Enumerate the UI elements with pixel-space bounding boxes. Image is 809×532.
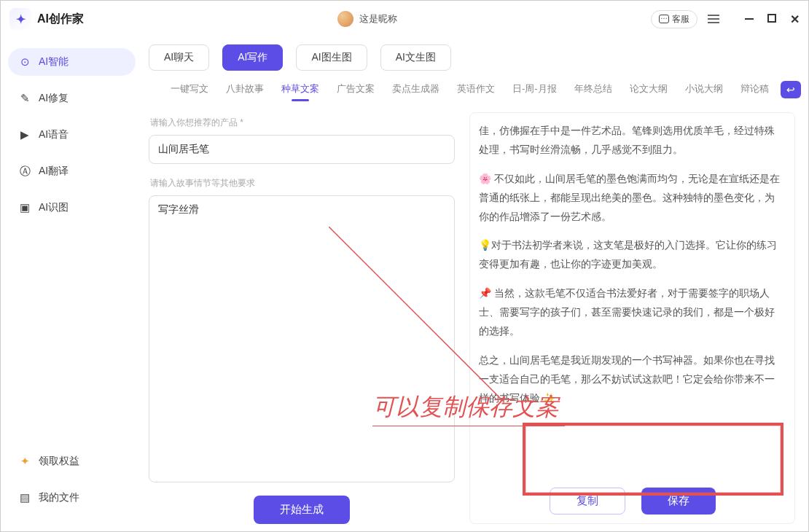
mode-tab-img2img[interactable]: AI图生图: [296, 44, 367, 71]
subtab-novel[interactable]: 小说大纲: [685, 82, 723, 101]
app-title: AI创作家: [37, 12, 84, 27]
sidebar-label: AI识图: [39, 201, 69, 214]
menu-icon[interactable]: [708, 18, 719, 20]
sidebar-item-translate[interactable]: Ⓐ AI翻译: [8, 157, 136, 185]
subtab-english[interactable]: 英语作文: [457, 82, 495, 101]
body: ⊙ AI智能 ✎ AI修复 ▶ AI语音 Ⓐ AI翻译 ▣ AI识图 ✦: [1, 37, 808, 531]
sidebar-item-files[interactable]: ▤ 我的文件: [8, 484, 136, 512]
subtab-debate[interactable]: 辩论稿: [740, 82, 769, 101]
mode-tab-txt2img[interactable]: AI文生图: [380, 44, 451, 71]
logo-wrap: ✦ AI创作家: [9, 8, 84, 30]
sidebar: ⊙ AI智能 ✎ AI修复 ▶ AI语音 Ⓐ AI翻译 ▣ AI识图 ✦: [1, 37, 143, 531]
user-avatar[interactable]: [337, 11, 353, 27]
titlebar: ✦ AI创作家 这是昵称 客服 ✕: [1, 1, 808, 37]
sidebar-item-repair[interactable]: ✎ AI修复: [8, 85, 136, 112]
app-logo-icon: ✦: [9, 8, 31, 30]
app-window: ✦ AI创作家 这是昵称 客服 ✕ ⊙ AI智能: [0, 0, 809, 532]
maximize-button[interactable]: [767, 14, 776, 23]
sidebar-label: AI修复: [39, 92, 69, 105]
product-input[interactable]: 山间居毛笔: [149, 135, 455, 164]
repair-icon: ✎: [18, 92, 31, 105]
redo-button[interactable]: ↩: [781, 81, 801, 98]
sidebar-label: AI智能: [39, 55, 69, 69]
minimize-button[interactable]: [744, 14, 754, 24]
benefits-icon: ✦: [18, 455, 31, 468]
cs-label: 客服: [672, 13, 689, 26]
mode-tabs: AI聊天 AI写作 AI图生图 AI文生图: [149, 44, 795, 71]
subtab-yearend[interactable]: 年终总结: [574, 82, 612, 101]
subtab-report[interactable]: 日-周-月报: [512, 82, 557, 101]
customer-service-button[interactable]: 客服: [651, 10, 697, 28]
titlebar-center: 这是昵称: [84, 11, 651, 27]
extra-textarea[interactable]: 写字丝滑: [149, 195, 455, 482]
sub-tabs: 一键写文 八卦故事 种草文案 广告文案 卖点生成器 英语作文 日-周-月报 年终…: [149, 71, 795, 101]
extra-label: 请输入故事情节等其他要求: [150, 177, 455, 189]
subtab-seed[interactable]: 种草文案: [281, 82, 319, 101]
mode-tab-chat[interactable]: AI聊天: [149, 44, 209, 71]
sidebar-label: 我的文件: [39, 491, 79, 504]
subtab-gossip[interactable]: 八卦故事: [226, 82, 264, 101]
save-button[interactable]: 保存: [641, 488, 716, 515]
user-nickname: 这是昵称: [359, 12, 397, 26]
subtab-ad[interactable]: 广告文案: [337, 82, 375, 101]
subtab-sellpoint[interactable]: 卖点生成器: [392, 82, 439, 101]
titlebar-right: 客服 ✕: [651, 10, 800, 28]
content-row: 请输入你想推荐的产品 * 山间居毛笔 请输入故事情节等其他要求 写字丝滑 开始生…: [149, 112, 795, 524]
product-label: 请输入你想推荐的产品 *: [150, 117, 455, 129]
sidebar-item-vision[interactable]: ▣ AI识图: [8, 194, 136, 222]
output-panel: 佳，仿佛握在手中是一件艺术品。笔锋则选用优质羊毛，经过特殊处理，书写时丝滑流畅，…: [469, 112, 795, 524]
subtab-oneclick[interactable]: 一键写文: [171, 82, 208, 101]
files-icon: ▤: [18, 491, 31, 504]
output-paragraph: 📌 当然，这款毛笔不仅适合书法爱好者，对于需要签字的职场人士、需要写字的孩子们，…: [479, 284, 783, 341]
chat-icon: [659, 15, 669, 23]
copy-button[interactable]: 复制: [550, 488, 625, 515]
sidebar-item-voice[interactable]: ▶ AI语音: [8, 121, 136, 149]
sidebar-label: AI翻译: [39, 165, 69, 178]
voice-icon: ▶: [18, 128, 31, 141]
sidebar-label: 领取权益: [39, 455, 79, 468]
close-button[interactable]: ✕: [789, 14, 800, 24]
subtab-thesis[interactable]: 论文大纲: [630, 82, 668, 101]
output-paragraph: 💡对于书法初学者来说，这支笔是极好的入门选择。它让你的练习变得更加有趣，也让你的…: [479, 236, 783, 274]
vision-icon: ▣: [18, 201, 31, 214]
input-panel: 请输入你想推荐的产品 * 山间居毛笔 请输入故事情节等其他要求 写字丝滑 开始生…: [149, 112, 455, 524]
window-controls: ✕: [744, 14, 800, 24]
translate-icon: Ⓐ: [18, 165, 31, 178]
output-paragraph: 🌸 不仅如此，山间居毛笔的墨色饱满而均匀，无论是在宣纸还是在普通的纸张上，都能呈…: [479, 170, 783, 227]
sidebar-item-ai-smart[interactable]: ⊙ AI智能: [8, 48, 136, 76]
output-paragraph: 总之，山间居毛笔是我近期发现的一个书写神器。如果你也在寻找一支适合自己的毛笔，那…: [479, 351, 783, 408]
main-panel: AI聊天 AI写作 AI图生图 AI文生图 一键写文 八卦故事 种草文案 广告文…: [143, 37, 808, 531]
output-actions: 复制 保存: [476, 477, 789, 519]
ai-icon: ⊙: [18, 55, 31, 69]
mode-tab-write[interactable]: AI写作: [222, 44, 283, 71]
sidebar-item-benefits[interactable]: ✦ 领取权益: [8, 447, 136, 475]
sidebar-label: AI语音: [39, 128, 69, 141]
output-scroll[interactable]: 佳，仿佛握在手中是一件艺术品。笔锋则选用优质羊毛，经过特殊处理，书写时丝滑流畅，…: [472, 117, 793, 477]
generate-button[interactable]: 开始生成: [254, 496, 350, 524]
output-paragraph: 佳，仿佛握在手中是一件艺术品。笔锋则选用优质羊毛，经过特殊处理，书写时丝滑流畅，…: [479, 122, 783, 160]
